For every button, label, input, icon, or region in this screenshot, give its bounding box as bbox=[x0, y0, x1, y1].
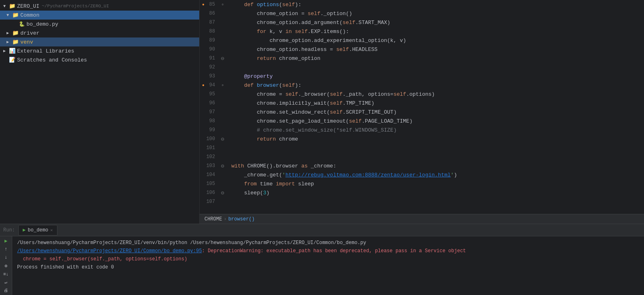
sidebar-item-common[interactable]: ▼ 📁 Common bbox=[0, 11, 199, 20]
run-wrap-button[interactable]: ≡↓ bbox=[2, 271, 11, 277]
output-line-warning: /Users/hewenshuang/PycharmProjects/ZERO_… bbox=[17, 247, 639, 255]
line-number-106: 106 bbox=[200, 188, 220, 197]
line-gutter-100: ⊖ bbox=[220, 134, 228, 143]
line-number-105: 105 bbox=[200, 179, 220, 188]
line-code-86: chrome_option = self._option() bbox=[228, 9, 644, 18]
sidebar: ▼ 📁 ZERO_UI ~/PycharmProjects/ZERO_UI ▼ … bbox=[0, 0, 200, 224]
line-number-90: 90 bbox=[200, 45, 220, 54]
line-gutter-95 bbox=[220, 90, 228, 99]
line-number-107: 107 bbox=[200, 197, 220, 206]
table-row: 87 chrome_option.add_argument(self.START… bbox=[200, 18, 644, 27]
line-code-102 bbox=[228, 152, 644, 161]
run-sidebar: ▶ ↑ ↓ ⚙ ≡↓ ↵ 🖨 bbox=[0, 236, 12, 295]
line-code-90: chrome_option.headless = self.HEADLESS bbox=[228, 45, 644, 54]
line-gutter-86 bbox=[220, 9, 228, 18]
sidebar-item-driver[interactable]: ▶ 📁 driver bbox=[0, 29, 199, 37]
line-code-103: with CHROME().browser as _chrome: bbox=[228, 161, 644, 170]
py-file-icon: 🐍 bbox=[19, 21, 25, 27]
run-play-button[interactable]: ▶ bbox=[2, 238, 11, 244]
line-code-107 bbox=[228, 197, 644, 206]
run-scroll-down-button[interactable]: ↓ bbox=[2, 255, 11, 260]
code-content[interactable]: 85 ⚬ def options(self): 86 chrome_option… bbox=[200, 0, 644, 214]
sidebar-item-scratches[interactable]: ▶ 📝 Scratches and Consoles bbox=[0, 55, 199, 64]
sidebar-item-zero-ui[interactable]: ▼ 📁 ZERO_UI ~/PycharmProjects/ZERO_UI bbox=[0, 2, 199, 11]
run-output[interactable]: /Users/hewenshuang/PycharmProjects/ZERO_… bbox=[12, 236, 644, 295]
line-number-95: 95 bbox=[200, 90, 220, 99]
line-gutter-89 bbox=[220, 36, 228, 45]
line-code-104: _chrome.get('http://rebug.voltmao.com:88… bbox=[228, 170, 644, 179]
run-settings-button[interactable]: ⚙ bbox=[2, 263, 11, 269]
table-row: 85 ⚬ def options(self): bbox=[200, 0, 644, 9]
line-number-103: 103 bbox=[200, 161, 220, 170]
line-gutter-102 bbox=[220, 152, 228, 161]
run-scroll-up-button[interactable]: ↑ bbox=[2, 247, 11, 252]
line-code-85: def options(self): bbox=[228, 0, 644, 9]
line-number-99: 99 bbox=[200, 125, 220, 134]
line-number-94: 94 bbox=[200, 81, 220, 90]
sidebar-item-scratches-label: Scratches and Consoles bbox=[17, 57, 87, 63]
table-row: 102 bbox=[200, 152, 644, 161]
sidebar-item-external-libs[interactable]: ▶ 📊 External Libraries bbox=[0, 46, 199, 55]
line-code-93: @property bbox=[228, 72, 644, 81]
run-tab-bo-demo[interactable]: ▶ bo_demo ✕ bbox=[18, 225, 57, 236]
line-gutter-103: ⊖ bbox=[220, 161, 228, 170]
line-number-93: 93 bbox=[200, 72, 220, 81]
line-number-88: 88 bbox=[200, 27, 220, 36]
run-tab-bar: Run: ▶ bo_demo ✕ bbox=[0, 224, 644, 236]
line-code-106: sleep(3) bbox=[228, 188, 644, 197]
table-row: 94 ⚬ def browser(self): bbox=[200, 81, 644, 90]
line-gutter-85: ⚬ bbox=[220, 0, 228, 9]
line-gutter-98 bbox=[220, 117, 228, 125]
table-row: 104 _chrome.get('http://rebug.voltmao.co… bbox=[200, 170, 644, 179]
line-gutter-88 bbox=[220, 27, 228, 36]
project-folder-icon: 📁 bbox=[9, 3, 15, 9]
run-softrap-button[interactable]: ↵ bbox=[2, 280, 11, 285]
table-row: 97 chrome.set_window_rect(self.SCRIPT_TI… bbox=[200, 108, 644, 117]
chevron-down-icon: ▼ bbox=[3, 4, 8, 9]
main-area: ▼ 📁 ZERO_UI ~/PycharmProjects/ZERO_UI ▼ … bbox=[0, 0, 644, 224]
line-gutter-101 bbox=[220, 143, 228, 152]
line-gutter-94: ⚬ bbox=[220, 81, 228, 90]
run-tab-close-icon[interactable]: ✕ bbox=[50, 228, 53, 233]
project-title: ZERO_UI bbox=[17, 3, 40, 9]
sidebar-item-external-libs-label: External Libraries bbox=[17, 48, 74, 54]
scratches-icon: 📝 bbox=[9, 57, 15, 63]
line-number-91: 91 bbox=[200, 54, 220, 63]
table-row: 95 chrome = self._browser(self._path, op… bbox=[200, 90, 644, 99]
output-line-path: /Users/hewenshuang/PycharmProjects/ZERO_… bbox=[17, 239, 639, 247]
table-row: 96 chrome.implicitly_wait(self.TMP_TIME) bbox=[200, 99, 644, 108]
line-code-98: chrome.set_page_load_timeout(self.PAGE_L… bbox=[228, 117, 644, 125]
breadcrumb-class[interactable]: CHROME bbox=[204, 216, 222, 222]
line-code-105: from time import sleep bbox=[228, 179, 644, 188]
table-row: 101 bbox=[200, 143, 644, 152]
table-row: 90 chrome_option.headless = self.HEADLES… bbox=[200, 45, 644, 54]
sidebar-tree: ▼ 📁 ZERO_UI ~/PycharmProjects/ZERO_UI ▼ … bbox=[0, 0, 199, 224]
libs-icon: 📊 bbox=[9, 48, 15, 54]
breadcrumb-method[interactable]: browser() bbox=[228, 216, 255, 222]
sidebar-item-venv-label: venv bbox=[20, 39, 33, 45]
line-number-104: 104 bbox=[200, 170, 220, 179]
table-row: 89 chrome_option.add_experimental_option… bbox=[200, 36, 644, 45]
table-row: 100 ⊖ return chrome bbox=[200, 134, 644, 143]
line-code-101 bbox=[228, 143, 644, 152]
line-gutter-104 bbox=[220, 170, 228, 179]
table-row: 106 ⊖ sleep(3) bbox=[200, 188, 644, 197]
line-code-92 bbox=[228, 63, 644, 72]
run-print-button[interactable]: 🖨 bbox=[2, 288, 11, 293]
line-number-101: 101 bbox=[200, 143, 220, 152]
line-gutter-91: ⊖ bbox=[220, 54, 228, 63]
line-gutter-87 bbox=[220, 18, 228, 27]
sidebar-item-venv[interactable]: ▶ 📁 venv bbox=[0, 37, 199, 46]
line-gutter-97 bbox=[220, 108, 228, 117]
breadcrumb-separator: › bbox=[224, 216, 226, 222]
line-code-100: return chrome bbox=[228, 134, 644, 143]
line-gutter-99 bbox=[220, 125, 228, 134]
line-code-91: return chrome_option bbox=[228, 54, 644, 63]
line-number-89: 89 bbox=[200, 36, 220, 45]
table-row: 91 ⊖ return chrome_option bbox=[200, 54, 644, 63]
sidebar-item-bo-demo[interactable]: ▶ 🐍 bo_demo.py bbox=[0, 20, 199, 29]
output-warning-link[interactable]: /Users/hewenshuang/PycharmProjects/ZERO_… bbox=[17, 248, 202, 254]
output-line-code: chrome = self._browser(self._path, optio… bbox=[17, 255, 639, 263]
line-code-96: chrome.implicitly_wait(self.TMP_TIME) bbox=[228, 99, 644, 108]
line-number-92: 92 bbox=[200, 63, 220, 72]
